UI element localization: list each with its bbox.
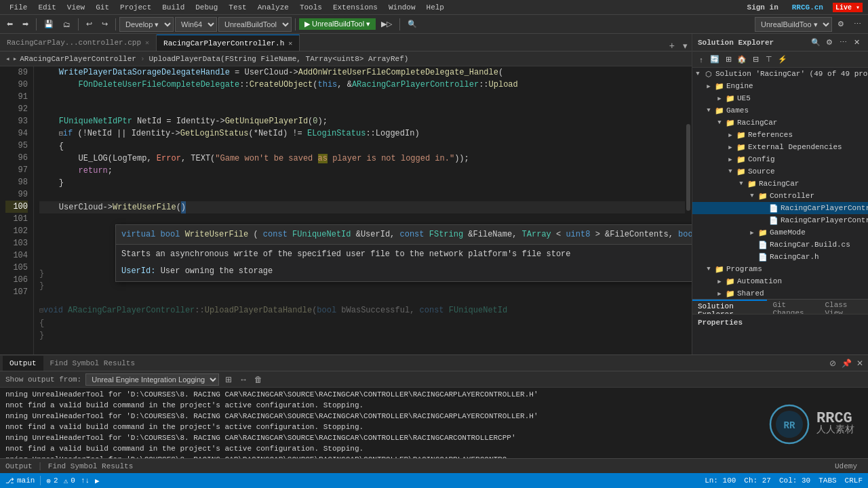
menu-edit[interactable]: Edit (34, 2, 60, 13)
output-pin-btn[interactable]: 📌 (841, 358, 852, 369)
tab-cpp-label: RacingCarPlay...controller.cpp (7, 39, 141, 47)
more-btn[interactable]: ⋯ (850, 18, 865, 30)
tree-source[interactable]: ▼ 📁 Source (692, 165, 868, 178)
run-button[interactable]: ▶ UnrealBuildTool ▾ (299, 18, 376, 30)
tab-h[interactable]: RacingCarPlayerController.h ✕ (157, 35, 300, 51)
signin-link[interactable]: Sign in (743, 2, 783, 13)
status-warnings[interactable]: ⚠ 0 (64, 476, 75, 485)
menu-window[interactable]: Window (384, 2, 420, 13)
tab-cpp[interactable]: RacingCarPlay...controller.cpp ✕ (0, 35, 157, 51)
sidebar-tool-7[interactable]: ⚡ (776, 54, 789, 66)
breadcrumb-method[interactable]: UploadPlayerData(FString FileName, TArra… (149, 55, 409, 63)
menu-build[interactable]: Build (158, 2, 189, 13)
output-tab-output[interactable]: Output (3, 356, 43, 371)
toolbar-save-all-btn[interactable]: 🗂 (59, 19, 75, 30)
sidebar-tab-class[interactable]: Class View (819, 300, 868, 314)
output-list-btn[interactable]: ⊞ (223, 374, 234, 385)
toolbar-redo-btn[interactable]: ↪ (98, 18, 112, 30)
menu-git[interactable]: Git (92, 2, 113, 13)
menu-extensions[interactable]: Extensions (329, 2, 382, 13)
tree-cpp-file[interactable]: 📄 RacingCarPlayerController.cpp (692, 202, 868, 214)
tree-buildcs-label: RacingCar.Build.cs (770, 241, 850, 249)
output-content[interactable]: nning UnrealHeaderTool for 'D:\COURSES\8… (0, 388, 868, 458)
output-close-btn[interactable]: ✕ (854, 358, 865, 369)
tree-racingcar[interactable]: ▼ 📁 RacingCar (692, 117, 868, 129)
tree-games[interactable]: ▼ 📁 Games (692, 104, 868, 117)
tree-controller[interactable]: ▼ 📁 Controller (692, 190, 868, 202)
tab-h-close[interactable]: ✕ (288, 39, 292, 47)
sidebar-options-btn[interactable]: ⚙ (823, 37, 835, 49)
breadcrumb-nav-next[interactable]: ▸ (13, 54, 18, 63)
output-clear-all-btn[interactable]: 🗑 (253, 374, 264, 385)
sidebar-tool-4[interactable]: 🏠 (736, 54, 748, 66)
tree-references[interactable]: ▶ 📁 References (692, 129, 868, 141)
tree-config[interactable]: ▶ 📁 Config (692, 153, 868, 165)
sidebar-search-btn[interactable]: 🔍 (810, 37, 822, 49)
tree-programs[interactable]: ▼ 📁 Programs (692, 263, 868, 275)
toolbar-sep-5 (399, 18, 400, 30)
new-tab-btn[interactable]: + (665, 40, 679, 51)
code-lines[interactable]: WritePlayerDataSorageDelegateHandle = Us… (34, 66, 692, 354)
tree-h-file[interactable]: 📄 RacingCarPlayerController.h (692, 214, 868, 226)
status-up-down[interactable]: ↑↓ (81, 476, 90, 485)
tab-cpp-close[interactable]: ✕ (145, 39, 149, 47)
output-source-dropdown[interactable]: Unreal Engine Integration Logging (85, 373, 219, 386)
tree-gamemode[interactable]: ▶ 📁 GameMode (692, 226, 868, 239)
menu-debug[interactable]: Debug (191, 2, 222, 13)
tree-engine-label: Engine (726, 82, 753, 90)
sidebar-close-btn[interactable]: ✕ (850, 37, 863, 49)
output-clear-btn[interactable]: ⊘ (827, 358, 838, 369)
menu-file[interactable]: File (5, 2, 31, 13)
menu-tools[interactable]: Tools (296, 2, 326, 13)
search-btn[interactable]: 🔍 (403, 18, 421, 30)
tree-rch[interactable]: 📄 RacingCar.h (692, 251, 868, 263)
status-ch: Ch: 27 (744, 476, 771, 485)
menu-project[interactable]: Project (116, 2, 155, 13)
sidebar-more-btn[interactable]: ⋯ (837, 37, 849, 49)
buildtool-dropdown[interactable]: UnrealBuildTool (218, 17, 292, 32)
sidebar-tab-solution[interactable]: Solution Explorer (692, 300, 767, 314)
tree-automation[interactable]: ▶ 📁 Automation (692, 275, 868, 287)
tree-toggle-config: ▶ (725, 154, 736, 165)
breadcrumb-nav-prev[interactable]: ◂ (5, 54, 10, 63)
menu-analyze[interactable]: Analyze (254, 2, 293, 13)
code-line-97: return ; (39, 165, 686, 177)
editor-scroll-thumb[interactable] (686, 124, 690, 211)
tree-ue5[interactable]: ▶ 📁 UE5 (692, 92, 868, 104)
menu-test[interactable]: Test (224, 2, 250, 13)
output-wrap-btn[interactable]: ↔ (238, 374, 249, 385)
run-script-btn[interactable]: ▶▷ (377, 18, 396, 30)
sidebar-tab-git[interactable]: Git Changes (767, 300, 819, 314)
sidebar-tool-1[interactable]: ↑ (695, 54, 707, 66)
output-tab-find[interactable]: Find Symbol Results (43, 356, 142, 371)
tooltip-signature: virtual bool WriteUserFile ( const FUniq… (116, 225, 692, 245)
sidebar-tool-3[interactable]: ⊞ (722, 54, 734, 66)
tree-source-racingcar[interactable]: ▼ 📁 RacingCar (692, 178, 868, 190)
code-line-89: WritePlayerDataSorageDelegateHandle = Us… (39, 66, 686, 79)
toolbar-save-btn[interactable]: 💾 (40, 18, 58, 30)
toolbar-fwd-btn[interactable]: ➡ (18, 18, 33, 30)
tree-shared[interactable]: ▶ 📁 Shared (692, 287, 868, 299)
sidebar-tool-6[interactable]: ⊤ (763, 54, 775, 66)
develop-dropdown[interactable]: Develop ▾ (119, 17, 174, 32)
toolbar-undo-btn[interactable]: ↩ (82, 18, 96, 30)
tab-list-btn[interactable]: ▾ (679, 41, 692, 51)
menu-help[interactable]: Help (422, 2, 448, 13)
unreal-tool-dropdown[interactable]: UnrealBuildToo ▾ (755, 17, 832, 32)
status-errors[interactable]: ⊗ 2 (46, 476, 58, 485)
settings-btn[interactable]: ⚙ (833, 18, 848, 30)
menu-view[interactable]: View (63, 2, 89, 13)
platform-dropdown[interactable]: Win64 (175, 17, 217, 32)
tree-solution[interactable]: ▼ ⬡ Solution 'RacingCar' (49 of 49 proje… (692, 68, 868, 80)
sidebar-tool-2[interactable]: 🔄 (709, 54, 721, 66)
sidebar-tool-5[interactable]: ⊟ (749, 54, 762, 66)
status-branch[interactable]: ⎇ main (5, 476, 35, 485)
tab-h-label: RacingCarPlayerController.h (163, 39, 284, 47)
tree-engine[interactable]: ▶ 📁 Engine (692, 80, 868, 92)
toolbar-back-btn[interactable]: ⬅ (3, 18, 17, 30)
tree-buildcs[interactable]: 📄 RacingCar.Build.cs (692, 239, 868, 251)
find-symbol-tab[interactable]: Find Symbol Results (48, 462, 133, 470)
tree-external-deps[interactable]: ▶ 📁 External Dependencies (692, 141, 868, 153)
editor-scrollbar[interactable] (685, 66, 692, 354)
breadcrumb-class[interactable]: ARacingCarPlayerController (20, 55, 136, 63)
